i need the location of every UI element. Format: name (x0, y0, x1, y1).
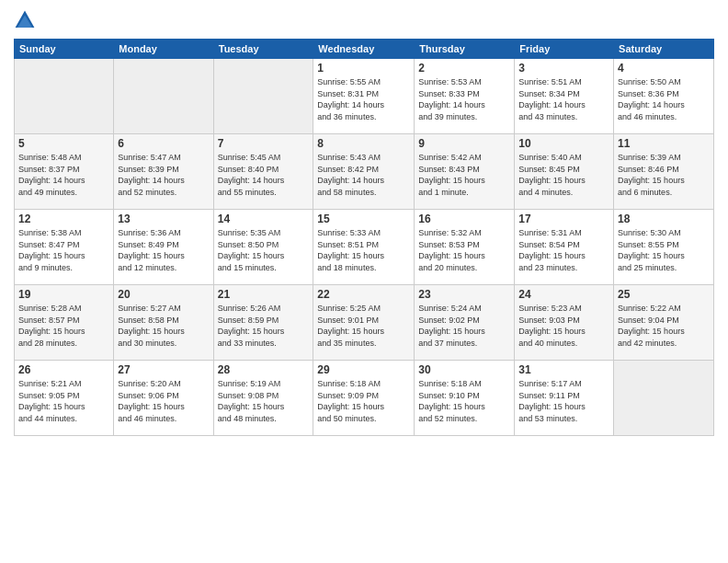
day-number: 15 (317, 213, 410, 225)
calendar-week-3: 19Sunrise: 5:28 AMSunset: 8:57 PMDayligh… (15, 285, 714, 361)
calendar-cell: 28Sunrise: 5:19 AMSunset: 9:08 PMDayligh… (213, 361, 313, 436)
header (14, 9, 714, 31)
calendar-cell: 4Sunrise: 5:50 AMSunset: 8:36 PMDaylight… (614, 59, 714, 134)
calendar-cell: 19Sunrise: 5:28 AMSunset: 8:57 PMDayligh… (15, 285, 114, 361)
calendar-cell: 29Sunrise: 5:18 AMSunset: 9:09 PMDayligh… (313, 361, 415, 436)
day-number: 22 (317, 288, 410, 301)
calendar-cell (614, 361, 714, 436)
calendar-cell: 3Sunrise: 5:51 AMSunset: 8:34 PMDaylight… (515, 59, 614, 134)
day-number: 3 (518, 62, 609, 75)
weekday-header-friday: Friday (515, 40, 614, 59)
logo-icon (14, 9, 36, 31)
day-info: Sunrise: 5:18 AMSunset: 9:09 PMDaylight:… (317, 378, 410, 424)
day-number: 12 (18, 213, 109, 225)
day-info: Sunrise: 5:32 AMSunset: 8:53 PMDaylight:… (418, 227, 510, 273)
day-info: Sunrise: 5:55 AMSunset: 8:31 PMDaylight:… (317, 76, 410, 122)
day-info: Sunrise: 5:40 AMSunset: 8:45 PMDaylight:… (518, 152, 609, 198)
day-info: Sunrise: 5:21 AMSunset: 9:05 PMDaylight:… (18, 378, 109, 424)
day-info: Sunrise: 5:38 AMSunset: 8:47 PMDaylight:… (18, 227, 109, 273)
day-info: Sunrise: 5:42 AMSunset: 8:43 PMDaylight:… (418, 152, 510, 198)
calendar-cell: 26Sunrise: 5:21 AMSunset: 9:05 PMDayligh… (15, 361, 114, 436)
day-number: 19 (18, 288, 109, 301)
day-info: Sunrise: 5:18 AMSunset: 9:10 PMDaylight:… (418, 378, 510, 424)
day-number: 18 (618, 213, 710, 225)
day-info: Sunrise: 5:24 AMSunset: 9:02 PMDaylight:… (418, 303, 510, 349)
day-number: 24 (518, 288, 609, 301)
day-number: 8 (317, 137, 410, 150)
day-info: Sunrise: 5:23 AMSunset: 9:03 PMDaylight:… (518, 303, 609, 349)
day-info: Sunrise: 5:31 AMSunset: 8:54 PMDaylight:… (518, 227, 609, 273)
calendar-cell: 8Sunrise: 5:43 AMSunset: 8:42 PMDaylight… (313, 134, 415, 210)
calendar-cell: 5Sunrise: 5:48 AMSunset: 8:37 PMDaylight… (15, 134, 114, 210)
calendar-cell: 24Sunrise: 5:23 AMSunset: 9:03 PMDayligh… (515, 285, 614, 361)
weekday-row: SundayMondayTuesdayWednesdayThursdayFrid… (15, 40, 714, 59)
calendar-week-4: 26Sunrise: 5:21 AMSunset: 9:05 PMDayligh… (15, 361, 714, 436)
day-info: Sunrise: 5:28 AMSunset: 8:57 PMDaylight:… (18, 303, 109, 349)
day-number: 1 (317, 62, 410, 75)
day-number: 10 (518, 137, 609, 150)
day-info: Sunrise: 5:36 AMSunset: 8:49 PMDaylight:… (118, 227, 209, 273)
day-number: 13 (118, 213, 209, 225)
calendar-cell: 11Sunrise: 5:39 AMSunset: 8:46 PMDayligh… (614, 134, 714, 210)
day-info: Sunrise: 5:30 AMSunset: 8:55 PMDaylight:… (618, 227, 710, 273)
calendar-cell: 21Sunrise: 5:26 AMSunset: 8:59 PMDayligh… (213, 285, 313, 361)
day-number: 5 (18, 137, 109, 150)
day-info: Sunrise: 5:50 AMSunset: 8:36 PMDaylight:… (618, 76, 710, 122)
calendar-cell: 2Sunrise: 5:53 AMSunset: 8:33 PMDaylight… (415, 59, 515, 134)
day-info: Sunrise: 5:51 AMSunset: 8:34 PMDaylight:… (518, 76, 609, 122)
day-number: 27 (118, 363, 209, 376)
day-info: Sunrise: 5:33 AMSunset: 8:51 PMDaylight:… (317, 227, 410, 273)
calendar-cell (15, 59, 114, 134)
day-number: 4 (618, 62, 710, 75)
calendar-cell: 16Sunrise: 5:32 AMSunset: 8:53 PMDayligh… (415, 210, 515, 285)
day-info: Sunrise: 5:20 AMSunset: 9:06 PMDaylight:… (118, 378, 209, 424)
day-info: Sunrise: 5:39 AMSunset: 8:46 PMDaylight:… (618, 152, 710, 198)
day-number: 7 (218, 137, 310, 150)
day-number: 30 (418, 363, 510, 376)
weekday-header-tuesday: Tuesday (213, 40, 313, 59)
calendar-cell: 1Sunrise: 5:55 AMSunset: 8:31 PMDaylight… (313, 59, 415, 134)
calendar-cell: 17Sunrise: 5:31 AMSunset: 8:54 PMDayligh… (515, 210, 614, 285)
weekday-header-sunday: Sunday (15, 40, 114, 59)
day-number: 6 (118, 137, 209, 150)
day-number: 16 (418, 213, 510, 225)
calendar-cell: 15Sunrise: 5:33 AMSunset: 8:51 PMDayligh… (313, 210, 415, 285)
day-info: Sunrise: 5:19 AMSunset: 9:08 PMDaylight:… (218, 378, 310, 424)
day-number: 17 (518, 213, 609, 225)
weekday-header-wednesday: Wednesday (313, 40, 415, 59)
day-number: 28 (218, 363, 310, 376)
calendar-cell: 6Sunrise: 5:47 AMSunset: 8:39 PMDaylight… (114, 134, 213, 210)
day-number: 2 (418, 62, 510, 75)
day-number: 26 (18, 363, 109, 376)
day-number: 21 (218, 288, 310, 301)
day-info: Sunrise: 5:26 AMSunset: 8:59 PMDaylight:… (218, 303, 310, 349)
calendar-cell: 12Sunrise: 5:38 AMSunset: 8:47 PMDayligh… (15, 210, 114, 285)
day-number: 25 (618, 288, 710, 301)
day-info: Sunrise: 5:45 AMSunset: 8:40 PMDaylight:… (218, 152, 310, 198)
calendar: SundayMondayTuesdayWednesdayThursdayFrid… (14, 39, 714, 436)
day-number: 9 (418, 137, 510, 150)
calendar-cell (114, 59, 213, 134)
calendar-cell: 7Sunrise: 5:45 AMSunset: 8:40 PMDaylight… (213, 134, 313, 210)
day-info: Sunrise: 5:22 AMSunset: 9:04 PMDaylight:… (618, 303, 710, 349)
calendar-header: SundayMondayTuesdayWednesdayThursdayFrid… (15, 40, 714, 59)
weekday-header-saturday: Saturday (614, 40, 714, 59)
calendar-cell: 22Sunrise: 5:25 AMSunset: 9:01 PMDayligh… (313, 285, 415, 361)
calendar-cell: 14Sunrise: 5:35 AMSunset: 8:50 PMDayligh… (213, 210, 313, 285)
day-info: Sunrise: 5:27 AMSunset: 8:58 PMDaylight:… (118, 303, 209, 349)
calendar-cell: 9Sunrise: 5:42 AMSunset: 8:43 PMDaylight… (415, 134, 515, 210)
day-info: Sunrise: 5:53 AMSunset: 8:33 PMDaylight:… (418, 76, 510, 122)
calendar-cell: 13Sunrise: 5:36 AMSunset: 8:49 PMDayligh… (114, 210, 213, 285)
day-info: Sunrise: 5:25 AMSunset: 9:01 PMDaylight:… (317, 303, 410, 349)
day-number: 23 (418, 288, 510, 301)
calendar-cell: 18Sunrise: 5:30 AMSunset: 8:55 PMDayligh… (614, 210, 714, 285)
calendar-cell: 23Sunrise: 5:24 AMSunset: 9:02 PMDayligh… (415, 285, 515, 361)
weekday-header-monday: Monday (114, 40, 213, 59)
calendar-cell (213, 59, 313, 134)
calendar-week-0: 1Sunrise: 5:55 AMSunset: 8:31 PMDaylight… (15, 59, 714, 134)
calendar-cell: 27Sunrise: 5:20 AMSunset: 9:06 PMDayligh… (114, 361, 213, 436)
day-number: 14 (218, 213, 310, 225)
calendar-cell: 31Sunrise: 5:17 AMSunset: 9:11 PMDayligh… (515, 361, 614, 436)
day-info: Sunrise: 5:17 AMSunset: 9:11 PMDaylight:… (518, 378, 609, 424)
logo (14, 9, 40, 31)
